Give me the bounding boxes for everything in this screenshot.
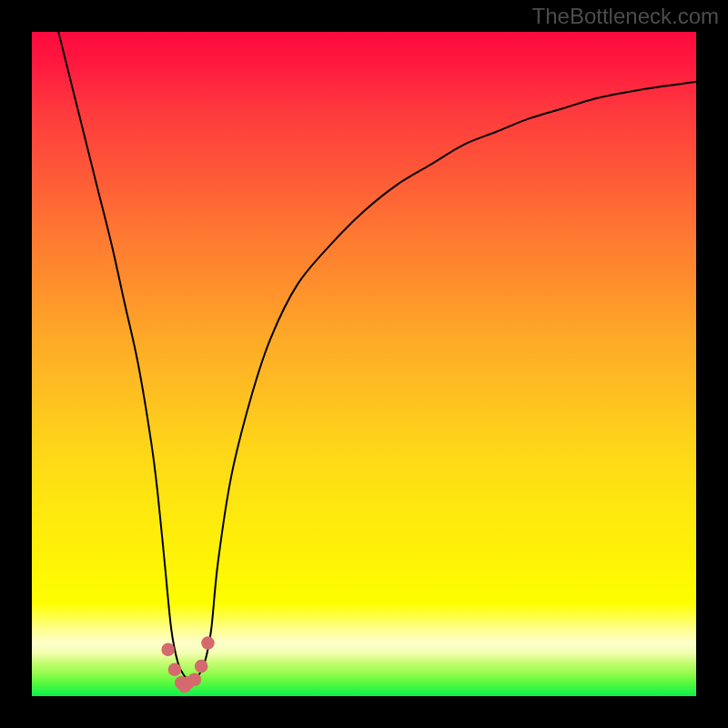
curve-svg bbox=[32, 32, 696, 696]
highlight-marker bbox=[201, 636, 215, 650]
highlight-marker bbox=[161, 643, 175, 657]
bottleneck-curve-path bbox=[58, 32, 696, 682]
chart-frame: TheBottleneck.com bbox=[0, 0, 728, 728]
highlight-marker bbox=[195, 660, 208, 673]
highlight-marker bbox=[168, 663, 182, 677]
plot-area bbox=[32, 32, 696, 696]
watermark-text: TheBottleneck.com bbox=[532, 4, 719, 29]
highlight-markers-group bbox=[161, 636, 214, 693]
highlight-marker bbox=[188, 672, 202, 686]
